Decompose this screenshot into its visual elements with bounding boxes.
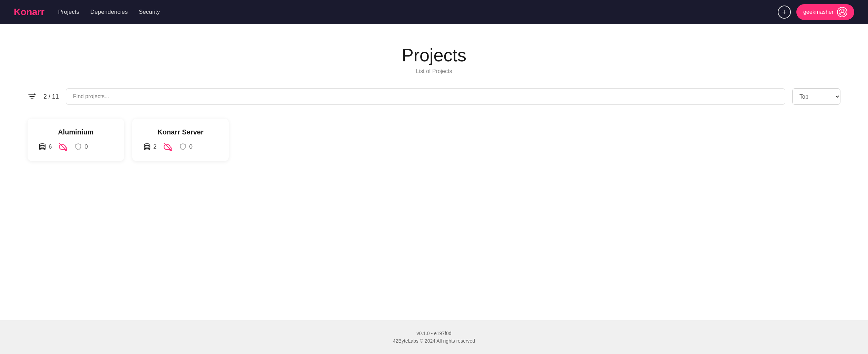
page-header: Projects List of Projects <box>28 45 840 74</box>
svg-point-6 <box>40 144 45 146</box>
dependency-stat-aluminium: 6 <box>39 143 52 151</box>
filter-button[interactable] <box>28 92 37 101</box>
security-count-konarr-server: 0 <box>189 143 192 150</box>
svg-point-5 <box>34 93 35 95</box>
cloud-off-icon-aluminium <box>59 142 68 151</box>
database-icon-aluminium <box>39 143 46 151</box>
cloud-stat-konarr-server <box>163 142 172 151</box>
dependency-stat-konarr-server: 2 <box>143 143 156 151</box>
page-subtitle: List of Projects <box>28 68 840 74</box>
search-input[interactable] <box>66 88 785 105</box>
dependency-count-konarr-server: 2 <box>153 143 156 150</box>
navbar-links: Projects Dependencies Security <box>58 9 764 16</box>
add-project-button[interactable]: + <box>778 6 791 19</box>
project-count: 2 / 11 <box>43 93 59 100</box>
dependency-count-aluminium: 6 <box>49 143 52 150</box>
shield-icon-konarr-server <box>179 143 187 151</box>
username-label: geekmasher <box>803 9 834 15</box>
shield-icon-aluminium <box>74 143 82 151</box>
nav-dependencies[interactable]: Dependencies <box>90 9 128 16</box>
footer: v0.1.0 - e197f0d 42ByteLabs © 2024 All r… <box>0 320 868 354</box>
project-card-aluminium[interactable]: Aluminium 6 <box>28 119 124 161</box>
nav-projects[interactable]: Projects <box>58 9 79 16</box>
page-title: Projects <box>28 45 840 65</box>
svg-point-0 <box>841 10 844 12</box>
plus-icon: + <box>782 8 787 16</box>
database-icon-konarr-server <box>143 143 151 151</box>
project-stats-aluminium: 6 0 <box>39 142 113 151</box>
navbar-right: + geekmasher <box>778 4 854 20</box>
footer-version: v0.1.0 - e197f0d <box>14 331 854 336</box>
project-name-konarr-server: Konarr Server <box>143 128 218 136</box>
nav-security[interactable]: Security <box>139 9 160 16</box>
projects-grid: Aluminium 6 <box>28 119 840 161</box>
security-stat-aluminium: 0 <box>74 143 87 151</box>
sort-select[interactable]: Top Name Recent Oldest <box>792 88 840 105</box>
security-count-aluminium: 0 <box>84 143 87 150</box>
project-card-konarr-server[interactable]: Konarr Server 2 <box>132 119 229 161</box>
filter-icon <box>28 92 37 101</box>
project-name-aluminium: Aluminium <box>39 128 113 136</box>
cloud-off-icon-konarr-server <box>163 142 172 151</box>
toolbar: 2 / 11 Top Name Recent Oldest <box>28 88 840 105</box>
security-stat-konarr-server: 0 <box>179 143 192 151</box>
user-menu-button[interactable]: geekmasher <box>796 4 854 20</box>
user-avatar-icon <box>837 7 847 17</box>
main-content: Projects List of Projects 2 / 11 Top Nam… <box>0 24 868 320</box>
navbar: Konarr Projects Dependencies Security + … <box>0 0 868 24</box>
footer-copyright: 42ByteLabs © 2024 All rights reserved <box>14 338 854 344</box>
svg-point-8 <box>144 144 150 146</box>
project-stats-konarr-server: 2 0 <box>143 142 218 151</box>
cloud-stat-aluminium <box>59 142 68 151</box>
brand-logo[interactable]: Konarr <box>14 7 44 18</box>
